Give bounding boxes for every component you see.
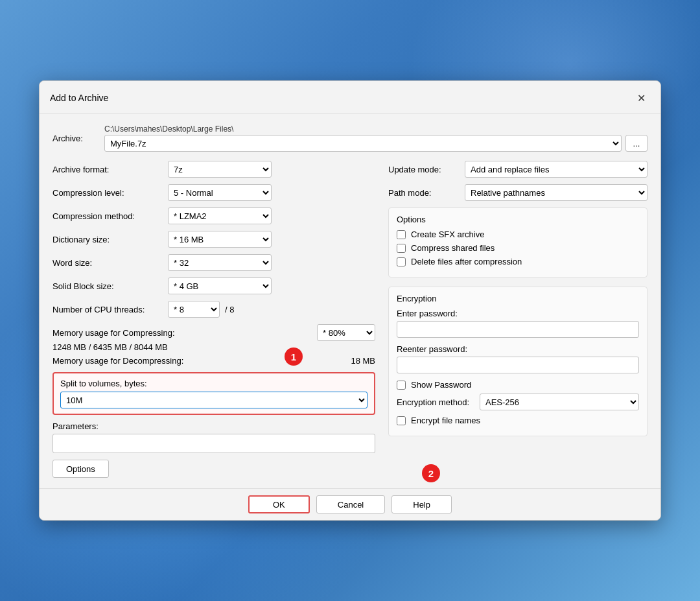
solid-block-label: Solid Block size:	[52, 281, 163, 291]
title-bar: Add to Archive ✕	[40, 81, 660, 114]
help-button[interactable]: Help	[391, 495, 452, 513]
compression-method-row: Compression method: * LZMA2	[52, 207, 375, 224]
right-column: Update mode: Add and replace files Path …	[388, 161, 648, 478]
dialog-title: Add to Archive	[50, 93, 108, 103]
main-columns: Archive format: 7z Compression level: 5 …	[52, 161, 648, 478]
encrypt-names-label[interactable]: Encrypt file names	[411, 416, 480, 425]
mem-compress-label: Memory usage for Compressing:	[52, 328, 175, 338]
encryption-title: Encryption	[397, 294, 639, 303]
cpu-threads-label: Number of CPU threads:	[52, 305, 163, 314]
compress-shared-checkbox[interactable]	[397, 244, 406, 253]
path-mode-select[interactable]: Relative pathnames	[465, 184, 648, 201]
cancel-button[interactable]: Cancel	[316, 495, 385, 513]
compression-level-row: Compression level: 5 - Normal	[52, 184, 375, 201]
path-mode-row: Path mode: Relative pathnames	[388, 184, 648, 201]
archive-format-row: Archive format: 7z	[52, 161, 375, 178]
archive-input-row: MyFile.7z ...	[104, 135, 648, 152]
archive-path: C:\Users\mahes\Desktop\Large Files\	[104, 124, 648, 134]
badge-1: 1	[285, 348, 303, 366]
create-sfx-row: Create SFX archive	[397, 230, 639, 239]
solid-block-row: Solid Block size: * 4 GB	[52, 277, 375, 294]
reenter-password-label: Reenter password:	[397, 344, 639, 354]
browse-button[interactable]: ...	[625, 135, 648, 152]
ok-button[interactable]: OK	[248, 495, 310, 513]
enter-password-input[interactable]	[397, 321, 639, 338]
create-sfx-label[interactable]: Create SFX archive	[411, 230, 484, 239]
enter-password-label: Enter password:	[397, 309, 639, 318]
word-size-row: Word size: * 32	[52, 254, 375, 271]
show-password-checkbox[interactable]	[397, 381, 406, 390]
compression-level-label: Compression level:	[52, 188, 163, 198]
mem-compress-label-row: Memory usage for Compressing: * 80%	[52, 324, 375, 341]
mem-compress-values: 1248 MB / 6435 MB / 8044 MB	[52, 342, 375, 352]
update-mode-row: Update mode: Add and replace files	[388, 161, 648, 178]
split-label: Split to volumes, bytes:	[60, 379, 368, 388]
mem-compress-section: Memory usage for Compressing: * 80% 1248…	[52, 324, 375, 352]
compress-shared-row: Compress shared files	[397, 243, 639, 253]
update-mode-label: Update mode:	[388, 165, 460, 174]
reenter-password-input[interactable]	[397, 357, 639, 373]
archive-row: Archive: C:\Users\mahes\Desktop\Large Fi…	[52, 124, 648, 152]
delete-after-label[interactable]: Delete files after compression	[411, 257, 522, 266]
cpu-threads-max: / 8	[225, 305, 234, 314]
params-section: Parameters:	[52, 421, 375, 453]
archive-format-select[interactable]: 7z	[168, 161, 272, 178]
options-button[interactable]: Options	[52, 460, 109, 478]
path-mode-label: Path mode:	[388, 188, 460, 198]
show-password-row: Show Password	[397, 380, 639, 390]
enc-method-row: Encryption method: AES-256	[397, 394, 639, 410]
dialog-content: Archive: C:\Users\mahes\Desktop\Large Fi…	[40, 114, 660, 488]
compress-shared-label[interactable]: Compress shared files	[411, 243, 495, 253]
cpu-threads-row: Number of CPU threads: * 8 / 8	[52, 301, 375, 318]
compression-method-select[interactable]: * LZMA2	[168, 207, 272, 224]
mem-compress-select[interactable]: * 80%	[317, 324, 375, 341]
encrypt-names-row: Encrypt file names	[397, 416, 639, 425]
dictionary-size-label: Dictionary size:	[52, 235, 163, 244]
word-size-label: Word size:	[52, 258, 163, 268]
add-to-archive-dialog: Add to Archive ✕ Archive: C:\Users\mahes…	[39, 80, 661, 521]
mem-decompress-value: 18 MB	[351, 356, 375, 366]
badge-2: 2	[422, 464, 440, 482]
left-column: Archive format: 7z Compression level: 5 …	[52, 161, 375, 478]
enc-method-label: Encryption method:	[397, 397, 474, 407]
enc-method-select[interactable]: AES-256	[480, 394, 639, 410]
dialog-footer: OK Cancel Help	[40, 488, 660, 520]
show-password-label[interactable]: Show Password	[411, 380, 471, 390]
compression-level-select[interactable]: 5 - Normal	[168, 184, 272, 201]
params-label: Parameters:	[52, 421, 375, 431]
delete-after-checkbox[interactable]	[397, 257, 406, 266]
dictionary-size-select[interactable]: * 16 MB	[168, 231, 272, 248]
create-sfx-checkbox[interactable]	[397, 230, 406, 239]
archive-format-label: Archive format:	[52, 165, 163, 174]
cpu-threads-select[interactable]: * 8	[168, 301, 220, 318]
params-input[interactable]	[52, 434, 375, 453]
dictionary-size-row: Dictionary size: * 16 MB	[52, 231, 375, 248]
split-section: Split to volumes, bytes: 10M	[52, 372, 375, 415]
close-button[interactable]: ✕	[632, 89, 650, 107]
encrypt-names-checkbox[interactable]	[397, 416, 406, 425]
delete-after-row: Delete files after compression	[397, 257, 639, 266]
archive-filename-select[interactable]: MyFile.7z	[104, 135, 622, 152]
encryption-section: Encryption Enter password: Reenter passw…	[388, 287, 648, 436]
split-select[interactable]: 10M	[60, 392, 368, 408]
options-title: Options	[397, 215, 639, 224]
mem-decompress-row: Memory usage for Decompressing: 18 MB	[52, 356, 375, 366]
update-mode-select[interactable]: Add and replace files	[465, 161, 648, 178]
solid-block-select[interactable]: * 4 GB	[168, 277, 272, 294]
compression-method-label: Compression method:	[52, 211, 163, 221]
options-section: Options Create SFX archive Compress shar…	[388, 207, 648, 277]
archive-label: Archive:	[52, 134, 98, 143]
archive-path-wrap: C:\Users\mahes\Desktop\Large Files\ MyFi…	[104, 124, 648, 152]
word-size-select[interactable]: * 32	[168, 254, 272, 271]
